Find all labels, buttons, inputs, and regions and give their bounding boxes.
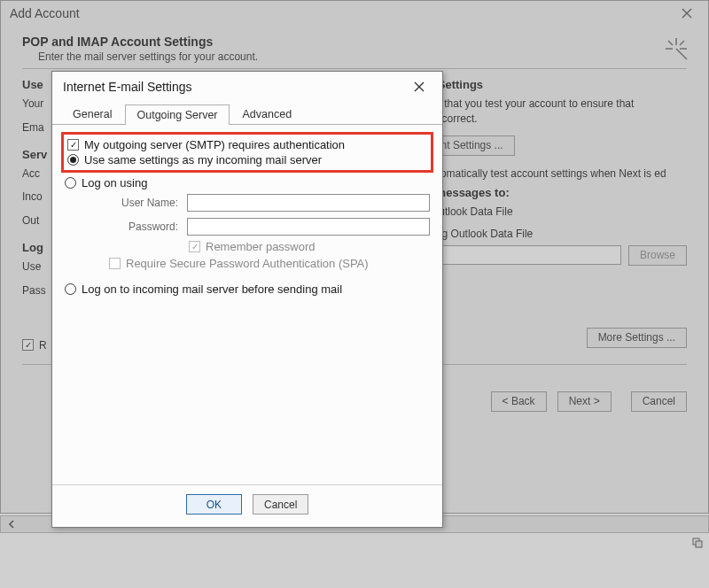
- test-settings-heading: nt Settings: [424, 78, 687, 91]
- requires-auth-label: My outgoing server (SMTP) requires authe…: [84, 138, 345, 151]
- test-settings-text-2: are correct.: [424, 112, 687, 127]
- user-name-label: User Name:: [104, 197, 178, 209]
- requires-auth-checkbox[interactable]: ✓: [67, 139, 79, 151]
- tab-advanced[interactable]: Advanced: [231, 104, 304, 124]
- dialog-title: Internet E-mail Settings: [63, 80, 192, 94]
- log-on-using-radio[interactable]: [65, 177, 76, 189]
- parent-title: Add Account: [10, 6, 80, 20]
- password-field-label: Password:: [104, 220, 178, 233]
- tab-general[interactable]: General: [61, 104, 123, 124]
- data-file-path-input[interactable]: [424, 245, 621, 265]
- tab-outgoing-server[interactable]: Outgoing Server: [125, 104, 229, 125]
- log-on-using-label: Log on using: [82, 176, 147, 190]
- log-on-before-send-label: Log on to incoming mail server before se…: [82, 282, 342, 296]
- tab-strip: General Outgoing Server Advanced: [52, 102, 442, 125]
- browse-button[interactable]: Browse: [628, 245, 687, 266]
- password-input: [187, 218, 430, 236]
- auto-test-label: omatically test account settings when Ne…: [440, 166, 666, 182]
- use-same-settings-label: Use same settings as my incoming mail se…: [84, 153, 322, 166]
- window-state-icon: [691, 537, 705, 551]
- use-same-settings-radio[interactable]: [67, 154, 79, 166]
- svg-line-4: [680, 41, 684, 45]
- svg-line-3: [668, 41, 673, 45]
- svg-line-5: [676, 49, 687, 59]
- deliver-heading: w messages to:: [424, 186, 687, 199]
- remember-password-parent-label: R: [39, 339, 47, 352]
- svg-rect-7: [696, 541, 702, 547]
- remember-password-checkbox: ✓: [189, 241, 200, 252]
- existing-data-file-option[interactable]: ting Outlook Data File: [431, 227, 687, 242]
- page-heading: POP and IMAP Account Settings: [22, 35, 687, 49]
- dialog-cancel-button[interactable]: Cancel: [253, 494, 308, 514]
- page-subheading: Enter the mail server settings for your …: [38, 50, 687, 63]
- remember-password-parent-checkbox[interactable]: ✓: [22, 339, 34, 351]
- user-name-input: [187, 194, 430, 212]
- remember-password-label: Remember password: [206, 240, 316, 253]
- new-data-file-option[interactable]: Outlook Data File: [431, 205, 687, 220]
- test-settings-text-1: end that you test your account to ensure…: [424, 97, 687, 112]
- parent-titlebar: Add Account: [1, 1, 708, 26]
- more-settings-button[interactable]: More Settings ...: [587, 328, 687, 348]
- highlight-box: ✓ My outgoing server (SMTP) requires aut…: [61, 132, 433, 173]
- scroll-left-icon[interactable]: [1, 516, 22, 532]
- internet-email-settings-dialog: Internet E-mail Settings General Outgoin…: [51, 71, 443, 528]
- log-on-before-send-radio[interactable]: [65, 283, 76, 295]
- dialog-close-icon[interactable]: [403, 77, 435, 97]
- require-spa-checkbox: [109, 258, 121, 269]
- dialog-titlebar: Internet E-mail Settings: [52, 72, 442, 102]
- next-button[interactable]: Next >: [557, 391, 612, 412]
- ok-button[interactable]: OK: [186, 494, 242, 514]
- cancel-button[interactable]: Cancel: [631, 391, 687, 412]
- require-spa-label: Require Secure Password Authentication (…: [126, 257, 369, 270]
- back-button[interactable]: < Back: [491, 391, 547, 412]
- close-icon[interactable]: [671, 4, 703, 23]
- magic-wand-icon: [660, 33, 692, 65]
